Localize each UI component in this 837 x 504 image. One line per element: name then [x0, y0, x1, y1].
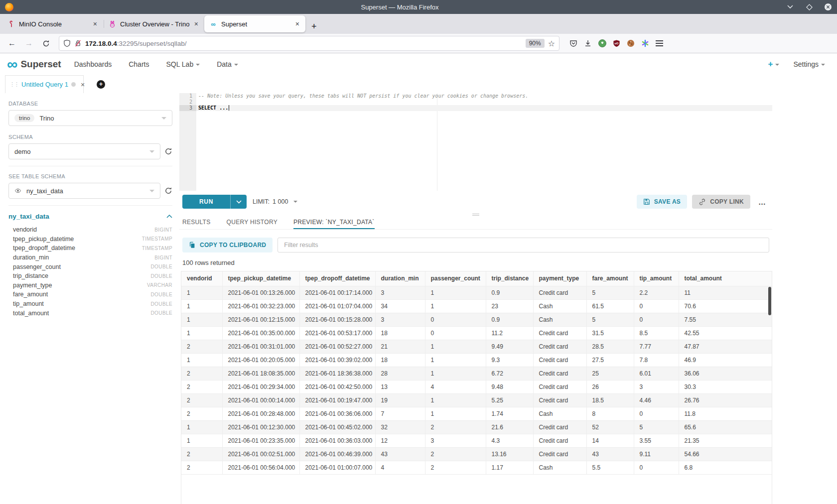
table-header-cell[interactable]: vendorid [181, 271, 222, 286]
copy-link-button[interactable]: COPY LINK [692, 195, 750, 209]
browser-tab-superset[interactable]: ∞ Superset × [204, 15, 305, 32]
pocket-icon[interactable] [569, 39, 577, 47]
table-header-cell[interactable]: fare_amount [586, 271, 634, 286]
cookie-extension-icon[interactable] [627, 39, 635, 47]
reload-icon[interactable] [39, 36, 53, 50]
nav-item-sql-lab[interactable]: SQL Lab [166, 60, 200, 68]
schema-column-row[interactable]: passenger_countDOUBLE [8, 262, 172, 271]
superset-logo[interactable]: ∞ Superset [7, 57, 61, 71]
schema-column-row[interactable]: tpep_dropoff_datetimeTIMESTAMP [8, 244, 172, 253]
bookmark-star-icon[interactable]: ☆ [548, 39, 555, 48]
schema-column-row[interactable]: payment_typeVARCHAR [8, 281, 172, 290]
chevron-down-icon [234, 64, 238, 66]
table-select[interactable]: ny_taxi_data [8, 183, 160, 199]
back-icon[interactable]: ← [5, 36, 19, 50]
more-options-button[interactable]: … [755, 198, 769, 206]
table-row[interactable]: 22021-06-01 00:02:51.0002021-06-01 00:46… [181, 447, 772, 461]
pane-splitter[interactable] [179, 213, 772, 217]
zoom-level-badge[interactable]: 90% [526, 39, 545, 48]
save-as-button[interactable]: SAVE AS [637, 195, 687, 209]
refresh-tables-icon[interactable] [164, 187, 172, 195]
table-cell: 65.6 [679, 420, 772, 434]
table-row[interactable]: 22021-06-01 00:31:01.0002021-06-01 00:52… [181, 340, 772, 353]
database-select[interactable]: trino Trino [8, 110, 172, 126]
table-row[interactable]: 12021-06-01 00:12:15.0002021-06-01 00:15… [181, 313, 772, 326]
settings-menu[interactable]: Settings [793, 60, 825, 68]
window-close-icon[interactable] [824, 3, 832, 11]
downloads-icon[interactable] [584, 39, 592, 47]
table-cell: 11.2 [486, 326, 533, 340]
table-name-heading[interactable]: ny_taxi_data [8, 213, 49, 220]
browser-tab-minio[interactable]: MinIO Console × [2, 15, 103, 32]
table-row[interactable]: 22021-06-01 00:00:14.0002021-06-01 00:19… [181, 393, 772, 407]
table-row[interactable]: 22021-06-01 00:56:04.0002021-06-01 01:00… [181, 461, 772, 474]
table-row[interactable]: 12021-06-01 00:20:05.0002021-06-01 00:39… [181, 353, 772, 367]
run-query-button[interactable]: RUN [182, 195, 247, 209]
table-row[interactable]: 22021-06-01 18:08:35.0002021-06-01 18:36… [181, 367, 772, 380]
table-row[interactable]: 12021-06-01 00:13:26.0002021-06-01 00:17… [181, 286, 772, 299]
new-tab-button[interactable]: + [305, 21, 323, 34]
window-minimize-icon[interactable] [786, 3, 794, 11]
window-maximize-icon[interactable] [805, 3, 813, 11]
run-options-chevron-icon[interactable] [231, 195, 247, 209]
multicolor-asterisk-extension-icon[interactable] [641, 39, 649, 47]
shield-icon[interactable] [63, 39, 71, 47]
tab-query-history[interactable]: QUERY HISTORY [227, 217, 278, 229]
table-header-cell[interactable]: duration_min [375, 271, 425, 286]
schema-column-row[interactable]: total_amountDOUBLE [8, 308, 172, 318]
table-header-cell[interactable]: passenger_count [425, 271, 486, 286]
tab-results[interactable]: RESULTS [182, 217, 211, 229]
menu-hamburger-icon[interactable] [656, 40, 663, 46]
forward-icon: → [22, 36, 36, 50]
add-query-tab-button[interactable]: + [97, 75, 105, 93]
browser-tab-trino[interactable]: Cluster Overview - Trino × [103, 15, 204, 32]
schema-column-row[interactable]: tpep_pickup_datetimeTIMESTAMP [8, 235, 172, 244]
tab-preview-ny-taxi-data[interactable]: PREVIEW: `NY_TAXI_DATA` [293, 217, 375, 229]
url-text[interactable]: 172.18.0.4:32295/superset/sqllab/ [85, 40, 522, 47]
table-header-cell[interactable]: total_amount [679, 271, 772, 286]
limit-dropdown[interactable]: LIMIT: 1 000 [253, 198, 297, 205]
schema-column-row[interactable]: vendoridBIGINT [8, 225, 172, 235]
refresh-schemas-icon[interactable] [164, 147, 172, 155]
table-cell: 21.35 [679, 434, 772, 447]
add-new-button[interactable]: + [768, 59, 779, 69]
filter-results-input[interactable] [278, 238, 769, 252]
table-header-cell[interactable]: tpep_pickup_datetime [222, 271, 299, 286]
table-header-cell[interactable]: tip_amount [634, 271, 679, 286]
table-scrollbar-thumb[interactable] [768, 287, 771, 315]
schema-column-row[interactable]: trip_distanceDOUBLE [8, 271, 172, 281]
url-bar[interactable]: 172.18.0.4:32295/superset/sqllab/ 90% ☆ [59, 36, 559, 51]
table-header-cell[interactable]: payment_type [533, 271, 586, 286]
sql-editor[interactable]: 1 -- Note: Unless you save your query, t… [179, 93, 772, 191]
collapse-chevron-up-icon[interactable] [166, 215, 172, 218]
copy-to-clipboard-button[interactable]: COPY TO CLIPBOARD [182, 238, 273, 252]
table-cell: Cash [533, 407, 586, 420]
table-header-cell[interactable]: trip_distance [486, 271, 533, 286]
table-cell: 14 [586, 434, 634, 447]
table-row[interactable]: 22021-06-01 00:29:34.0002021-06-01 00:42… [181, 380, 772, 393]
tab-close-icon[interactable]: × [293, 20, 301, 28]
table-row[interactable]: 12021-06-01 00:32:23.0002021-06-01 01:07… [181, 299, 772, 313]
tab-close-icon[interactable]: × [192, 20, 200, 28]
schema-column-row[interactable]: fare_amountDOUBLE [8, 290, 172, 299]
table-row[interactable]: 12021-06-01 00:12:30.0002021-06-01 00:45… [181, 420, 772, 434]
ublock-icon[interactable]: uO [613, 39, 620, 47]
schema-column-row[interactable]: tip_amountDOUBLE [8, 299, 172, 309]
nav-item-data[interactable]: Data [217, 60, 238, 68]
table-row[interactable]: 22021-06-01 00:28:48.0002021-06-01 00:36… [181, 407, 772, 420]
table-row[interactable]: 12021-06-01 00:23:35.0002021-06-01 00:36… [181, 434, 772, 447]
drag-handle-icon[interactable]: ⋮⋮ [9, 81, 18, 88]
table-row[interactable]: 12021-06-01 00:35:00.0002021-06-01 00:53… [181, 326, 772, 340]
schema-select[interactable]: demo [8, 143, 160, 159]
column-type: BIGINT [154, 227, 172, 233]
nav-item-charts[interactable]: Charts [129, 60, 149, 68]
table-cell: 0 [634, 407, 679, 420]
insecure-lock-icon[interactable] [74, 39, 82, 47]
schema-column-row[interactable]: duration_minBIGINT [8, 253, 172, 262]
tab-close-icon[interactable]: × [91, 20, 99, 28]
extension-green-icon[interactable] [598, 39, 606, 47]
query-tab-active[interactable]: ⋮⋮ Untitled Query 1 × [5, 75, 84, 93]
table-header-cell[interactable]: tpep_dropoff_datetime [299, 271, 375, 286]
query-tab-close-icon[interactable]: × [81, 81, 85, 89]
nav-item-dashboards[interactable]: Dashboards [74, 60, 112, 68]
